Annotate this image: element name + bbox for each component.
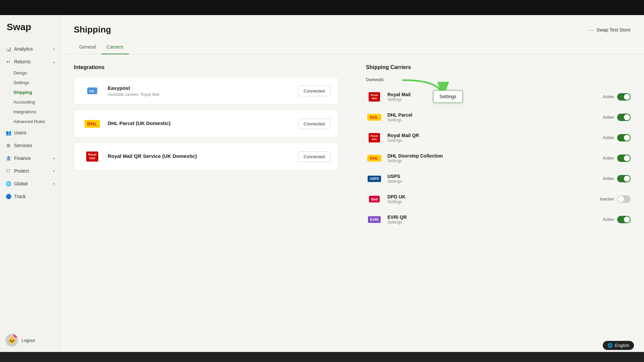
carrier-right: Active bbox=[603, 114, 631, 121]
sidebar-footer[interactable]: 🐱 6 Logout bbox=[0, 328, 60, 352]
sidebar-item-protect[interactable]: 🛡 Protect ▾ bbox=[0, 165, 60, 177]
sidebar: Swap 📊 Analytics ▾ ↩ Returns ▴ Design Se… bbox=[0, 15, 60, 352]
logout-label[interactable]: Logout bbox=[21, 338, 35, 343]
carrier-toggle-evri[interactable] bbox=[617, 216, 631, 223]
carrier-name: Royal Mail bbox=[387, 92, 598, 97]
royalmail-info: Royal Mail QR Service (UK Domestic) bbox=[108, 153, 292, 160]
carrier-settings-link[interactable]: Settings bbox=[387, 138, 598, 143]
sidebar-item-label: Returns bbox=[14, 59, 50, 64]
sidebar-item-track[interactable]: 🔵 Track bbox=[0, 190, 60, 203]
sidebar-sub-design[interactable]: Design bbox=[0, 68, 60, 78]
carrier-name: USPS bbox=[387, 174, 598, 179]
toggle-knob bbox=[624, 176, 630, 182]
carrier-toggle-royal-mail[interactable] bbox=[617, 93, 631, 101]
app-body: Swap 📊 Analytics ▾ ↩ Returns ▴ Design Se… bbox=[0, 15, 644, 352]
carrier-info-usps: USPS Settings bbox=[387, 174, 598, 184]
store-selector[interactable]: — Swap Test Store bbox=[589, 27, 631, 33]
sidebar-item-returns[interactable]: ↩ Returns ▴ bbox=[0, 55, 60, 68]
carrier-settings-link[interactable]: Settings bbox=[387, 118, 598, 122]
returns-icon: ↩ bbox=[5, 59, 11, 65]
carrier-row-evri: EVRi EVRi QR Settings Active bbox=[366, 209, 631, 230]
carrier-settings-link[interactable]: Settings bbox=[387, 220, 598, 225]
users-icon: 👥 bbox=[5, 130, 11, 136]
carrier-info-royalmail-qr: Royal Mail QR Settings bbox=[387, 133, 598, 143]
sidebar-sub-accounting[interactable]: Accounting bbox=[0, 97, 60, 107]
tab-general[interactable]: General bbox=[74, 40, 101, 54]
carrier-row-royal-mail-qr: RoyalMail Royal Mail QR Settings Active bbox=[366, 128, 631, 148]
status-label: Active bbox=[603, 176, 614, 181]
settings-popup[interactable]: Settings bbox=[433, 90, 463, 103]
dhl-logo: DHL bbox=[82, 117, 102, 130]
main-header: Shipping — Swap Test Store bbox=[60, 15, 644, 40]
royalmail-connected-button[interactable]: Connected bbox=[298, 152, 330, 162]
carrier-info-royal-mail: Royal Mail Settings bbox=[387, 92, 598, 102]
sidebar-item-finance[interactable]: 🏦 Finance ▾ bbox=[0, 152, 60, 165]
services-icon: ⊞ bbox=[5, 142, 11, 148]
carrier-toggle-dhl-doorstep[interactable] bbox=[617, 155, 631, 162]
returns-submenu: Design Settings Shipping Accounting Inte… bbox=[0, 68, 60, 126]
carrier-info-dhl-doorstep: DHL Doorstep Collection Settings bbox=[387, 153, 598, 163]
sidebar-sub-shipping[interactable]: Shipping bbox=[0, 87, 60, 97]
dhl-info: DHL Parcel (UK Domestic) bbox=[108, 120, 292, 127]
page-title: Shipping bbox=[74, 24, 111, 35]
royalmail-name: Royal Mail QR Service (UK Domestic) bbox=[108, 153, 292, 159]
integration-card-dhl: DHL DHL Parcel (UK Domestic) Connected bbox=[74, 110, 339, 137]
carrier-logo-dpd: dpd bbox=[366, 193, 383, 205]
easypost-name: Easypost bbox=[108, 85, 292, 91]
carrier-settings-link[interactable]: Settings bbox=[387, 199, 595, 204]
carrier-row-dhl-parcel: DHL DHL Parcel Settings Active bbox=[366, 107, 631, 128]
track-icon: 🔵 bbox=[5, 193, 11, 199]
carrier-right: Active bbox=[603, 216, 631, 223]
sidebar-item-global[interactable]: 🌐 Global ▾ bbox=[0, 177, 60, 190]
easypost-info: Easypost Available carriers: Royal Mail bbox=[108, 85, 292, 97]
status-label: Active bbox=[603, 217, 614, 222]
store-dash: — bbox=[589, 27, 594, 33]
status-label: Active bbox=[603, 95, 614, 99]
carrier-logo-royalmail-qr: RoyalMail bbox=[366, 132, 383, 144]
carrier-toggle-usps[interactable] bbox=[617, 175, 631, 182]
sidebar-item-label: Users bbox=[14, 130, 55, 135]
sidebar-item-label: Global bbox=[14, 181, 50, 186]
dhl-connected-button[interactable]: Connected bbox=[298, 119, 330, 129]
sidebar-sub-integrations[interactable]: Integrations bbox=[0, 107, 60, 117]
integration-card-easypost: ep. Easypost Available carriers: Royal M… bbox=[74, 77, 339, 105]
easypost-logo: ep. bbox=[82, 84, 102, 98]
bottom-bar bbox=[0, 352, 644, 362]
sidebar-item-users[interactable]: 👥 Users bbox=[0, 126, 60, 139]
language-button[interactable]: 🌐 English bbox=[603, 341, 634, 350]
carrier-logo-dhl-doorstep: DHL bbox=[366, 152, 383, 164]
chevron-up-icon: ▴ bbox=[53, 60, 55, 64]
carrier-toggle-dhl[interactable] bbox=[617, 114, 631, 121]
carrier-settings-link[interactable]: Settings bbox=[387, 97, 598, 102]
sidebar-item-label: Finance bbox=[14, 156, 50, 161]
globe-icon: 🌐 bbox=[607, 343, 613, 348]
top-bar bbox=[0, 0, 644, 15]
status-label: Inactive bbox=[600, 197, 614, 201]
carrier-settings-link[interactable]: Settings bbox=[387, 179, 598, 184]
carrier-info-dpd: DPD UK Settings bbox=[387, 194, 595, 204]
sidebar-item-label: Services bbox=[14, 143, 55, 148]
sidebar-sub-settings[interactable]: Settings bbox=[0, 78, 60, 87]
sidebar-item-services[interactable]: ⊞ Services bbox=[0, 139, 60, 152]
carrier-right: Active bbox=[603, 93, 631, 101]
royalmail-logo: RoyalMail bbox=[82, 150, 102, 163]
language-label: English bbox=[615, 343, 629, 348]
tab-carriers[interactable]: Carriers bbox=[101, 40, 129, 54]
carrier-toggle-royalmail-qr[interactable] bbox=[617, 134, 631, 141]
easypost-connected-button[interactable]: Connected bbox=[298, 86, 330, 96]
toggle-knob bbox=[624, 155, 630, 161]
main-content: Shipping — Swap Test Store General Carri… bbox=[60, 15, 644, 352]
status-label: Active bbox=[603, 115, 614, 120]
dhl-name: DHL Parcel (UK Domestic) bbox=[108, 120, 292, 126]
toggle-knob bbox=[624, 217, 630, 223]
carrier-toggle-dpd[interactable] bbox=[617, 195, 631, 203]
carrier-settings-link[interactable]: Settings bbox=[387, 159, 598, 163]
app-logo: Swap bbox=[0, 22, 60, 43]
integration-card-royalmail: RoyalMail Royal Mail QR Service (UK Dome… bbox=[74, 143, 339, 170]
sidebar-item-analytics[interactable]: 📊 Analytics ▾ bbox=[0, 43, 60, 55]
sidebar-sub-advanced-rules[interactable]: Advanced Rules bbox=[0, 117, 60, 126]
status-label: Active bbox=[603, 156, 614, 161]
carrier-row-royal-mail: RoyalMail Royal Mail Settings Active Set… bbox=[366, 87, 631, 107]
carrier-name: Royal Mail QR bbox=[387, 133, 598, 138]
carrier-right: Active bbox=[603, 175, 631, 182]
